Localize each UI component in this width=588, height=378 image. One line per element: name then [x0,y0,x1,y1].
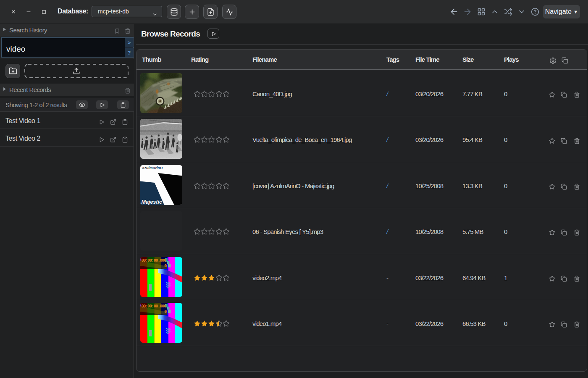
svg-text:0: 0 [164,309,167,314]
svg-text:0: 0 [164,263,167,268]
svg-text:Majestic: Majestic [142,199,162,205]
svg-text:00:00:00.000: 00:00:00.000 [142,258,167,262]
svg-text:00:00:00.000: 00:00:00.000 [142,304,167,309]
svg-text:AzulmArinO: AzulmArinO [142,166,163,170]
